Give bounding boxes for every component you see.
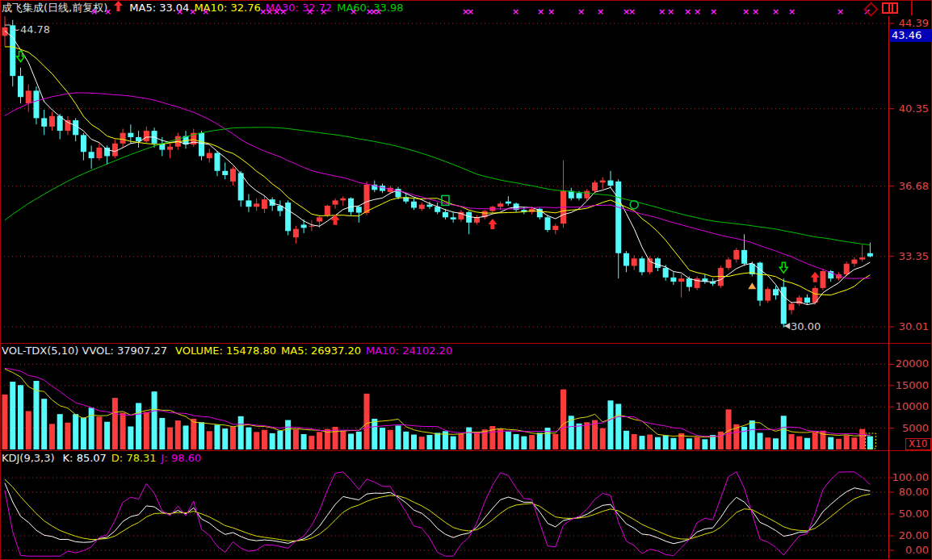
low-annotation: 30.00: [791, 320, 821, 332]
stock-chart-app: 成飞集成(日线,前复权) MA5: 33.04MA10: 32.76MA30: …: [0, 0, 932, 560]
price-level-badge: 43.46: [890, 29, 932, 42]
event-x-mark: ×: [752, 6, 759, 17]
event-x-mark: ×: [306, 6, 313, 17]
axis-tick-label: 50.00: [890, 508, 929, 520]
volume-indicator-label: VOL-TDX(5,10) VVOL: 37907.27: [2, 344, 167, 358]
event-x-mark: ×: [104, 6, 111, 17]
event-x-mark: ×: [710, 6, 717, 17]
volume-value-label: MA5: 26937.20: [281, 345, 361, 357]
kdj-readouts: K: 85.07D: 78.31J: 98.60: [63, 451, 207, 466]
event-x-mark: ×: [320, 6, 327, 17]
kdj-header: KDJ(9,3,3) K: 85.07D: 78.31J: 98.60: [2, 452, 206, 465]
axis-tick-label: 20000: [890, 357, 929, 370]
volume-unit-badge: X10: [905, 438, 931, 450]
kdj-indicator-label: KDJ(9,3,3): [2, 451, 55, 466]
pane-borders: [0, 1, 932, 560]
chrome-divider: [911, 0, 913, 15]
axis-tick-label: 20.00: [890, 529, 929, 541]
event-x-mark: ×: [266, 6, 273, 17]
buy-arrow-marker: [488, 219, 497, 229]
kdj-value-label: K: 85.07: [63, 452, 107, 464]
event-x-mark: ×: [597, 6, 604, 17]
event-x-mark: ×: [694, 6, 701, 17]
volume-readouts: VOLUME: 15478.80MA5: 26937.20MA10: 24102…: [175, 344, 457, 358]
event-x-mark: ×: [537, 6, 544, 17]
restore-window-icon[interactable]: [882, 2, 899, 18]
axis-tick-label: 10000: [890, 400, 929, 412]
buy-arrow-marker: [811, 272, 820, 282]
signal-circle-marker: [630, 201, 638, 209]
axis-tick-label: 36.68: [890, 180, 929, 192]
event-x-mark: ×: [350, 6, 357, 17]
event-x-mark: ×: [837, 6, 844, 17]
axis-tick-label: 40.35: [890, 102, 929, 115]
event-x-mark: ×: [202, 6, 209, 17]
axis-tick-label: 30.01: [890, 320, 929, 332]
sell-arrow-marker: [16, 52, 24, 62]
event-x-mark: ×: [176, 6, 183, 17]
axis-tick-label: 80.00: [890, 486, 929, 498]
event-x-mark: ×: [548, 6, 555, 17]
axis-tick-label: 44.39: [890, 17, 929, 29]
axis-tick-label: 33.35: [890, 250, 929, 262]
high-annotation: ~44.78: [11, 23, 50, 36]
axis-tick-label: 100.00: [890, 471, 929, 483]
event-x-mark: ×: [512, 6, 519, 17]
volume-header: VOL-TDX(5,10) VVOL: 37907.27 VOLUME: 154…: [2, 345, 457, 357]
up-arrow-icon: [114, 1, 123, 15]
buy-arrow-marker: [331, 215, 340, 225]
sell-arrow-marker: [779, 262, 787, 273]
event-x-mark: ×: [375, 6, 382, 17]
kdj-value-label: D: 78.31: [111, 452, 157, 464]
event-x-mark: ×: [577, 6, 585, 17]
candlestick-layer: [2, 15, 873, 329]
event-x-mark: ×: [628, 6, 636, 17]
signal-triangle-marker: [748, 282, 756, 289]
axis-tick-label: 5000: [890, 422, 929, 434]
axis-tick-label: 15000: [890, 379, 929, 391]
event-x-mark: ×: [742, 6, 749, 17]
volume-value-label: VOLUME: 15478.80: [175, 345, 276, 357]
event-x-mark: ×: [788, 6, 796, 17]
axis-tick-label: 0.00: [890, 544, 929, 556]
event-x-mark: ×: [667, 6, 674, 17]
event-x-mark: ×: [684, 6, 691, 17]
event-x-mark: ×: [772, 6, 779, 17]
kdj-value-label: J: 98.60: [162, 452, 202, 464]
volume-value-label: MA10: 24102.20: [366, 345, 452, 357]
event-x-mark: ×: [658, 6, 665, 17]
kdj-layer: [5, 472, 870, 556]
event-x-mark: ×: [189, 6, 196, 17]
volume-layer: [2, 368, 876, 449]
event-x-mark: ×: [279, 6, 287, 17]
event-x-mark: ×: [467, 6, 474, 17]
event-x-mark: ×: [90, 6, 98, 17]
chart-canvas[interactable]: [0, 0, 932, 560]
